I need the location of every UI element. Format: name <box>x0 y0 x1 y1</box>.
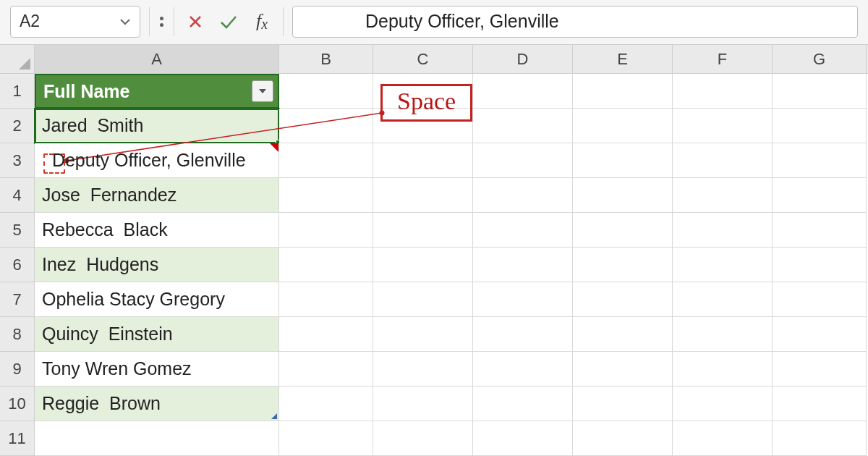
cell[interactable] <box>473 109 573 143</box>
row-header-1[interactable]: 1 <box>0 74 35 109</box>
row-header-5[interactable]: 5 <box>0 213 35 248</box>
cell[interactable] <box>373 317 473 352</box>
cell[interactable] <box>373 248 473 282</box>
cell[interactable] <box>573 178 673 213</box>
cell[interactable] <box>673 421 773 456</box>
row-header-4[interactable]: 4 <box>0 178 35 213</box>
select-all-button[interactable] <box>0 45 35 74</box>
formula-input[interactable]: Deputy Officer, Glenville <box>292 6 858 38</box>
column-header-g[interactable]: G <box>773 45 867 73</box>
cell[interactable] <box>473 352 573 387</box>
cell-a9[interactable]: Tony Wren Gomez <box>35 352 279 387</box>
table-corner-icon[interactable] <box>271 413 277 419</box>
cell-a5[interactable]: Rebecca Black <box>35 213 279 248</box>
cell[interactable] <box>673 213 773 248</box>
row-header-7[interactable]: 7 <box>0 282 35 317</box>
cell[interactable] <box>673 352 773 387</box>
cell[interactable] <box>773 421 867 456</box>
row-header-3[interactable]: 3 <box>0 143 35 178</box>
cell[interactable] <box>773 248 867 282</box>
row-header-8[interactable]: 8 <box>0 317 35 352</box>
cell-a3[interactable]: Deputy Officer, Glenville <box>35 143 279 178</box>
cancel-button[interactable] <box>183 7 208 36</box>
cell[interactable] <box>473 143 573 178</box>
cell[interactable] <box>279 74 373 109</box>
cell[interactable] <box>773 282 867 317</box>
cell[interactable] <box>573 143 673 178</box>
cell-a6[interactable]: Inez Hudgens <box>35 248 279 282</box>
cell[interactable] <box>673 109 773 143</box>
comment-indicator-icon[interactable] <box>270 143 278 152</box>
cell[interactable] <box>573 421 673 456</box>
cell-a2-selected[interactable]: Jared Smith <box>35 109 279 143</box>
cell[interactable] <box>773 317 867 352</box>
cell[interactable] <box>773 387 867 421</box>
cell[interactable] <box>673 282 773 317</box>
cell[interactable] <box>373 352 473 387</box>
column-header-c[interactable]: C <box>373 45 473 73</box>
cell-a4[interactable]: Jose Fernandez <box>35 178 279 213</box>
chevron-down-icon[interactable] <box>119 16 131 28</box>
row-header-10[interactable]: 10 <box>0 387 35 421</box>
column-header-e[interactable]: E <box>573 45 673 73</box>
more-icon[interactable] <box>158 17 165 27</box>
table-header-cell[interactable]: Full Name <box>35 74 279 109</box>
cell[interactable] <box>279 282 373 317</box>
name-box[interactable]: A2 <box>10 6 140 38</box>
column-header-b[interactable]: B <box>279 45 373 73</box>
cell[interactable] <box>279 213 373 248</box>
cell[interactable] <box>673 317 773 352</box>
filter-button[interactable] <box>252 80 273 102</box>
cell[interactable] <box>279 143 373 178</box>
cell[interactable] <box>373 387 473 421</box>
column-header-d[interactable]: D <box>473 45 573 73</box>
cell[interactable] <box>673 143 773 178</box>
cell[interactable] <box>773 143 867 178</box>
cell[interactable] <box>573 387 673 421</box>
row-header-11[interactable]: 11 <box>0 421 35 456</box>
cell[interactable] <box>673 387 773 421</box>
cell[interactable] <box>279 421 373 456</box>
cell[interactable] <box>373 421 473 456</box>
cell[interactable] <box>673 178 773 213</box>
cell[interactable] <box>573 248 673 282</box>
cell[interactable] <box>373 143 473 178</box>
cell[interactable] <box>573 213 673 248</box>
cell-a8[interactable]: Quincy Einstein <box>35 317 279 352</box>
cell[interactable] <box>373 178 473 213</box>
cell[interactable] <box>573 282 673 317</box>
cell[interactable] <box>473 74 573 109</box>
cell[interactable] <box>279 317 373 352</box>
cell[interactable] <box>279 387 373 421</box>
row-header-6[interactable]: 6 <box>0 248 35 282</box>
cell[interactable] <box>673 74 773 109</box>
cell[interactable] <box>473 317 573 352</box>
cell[interactable] <box>773 109 867 143</box>
cell[interactable] <box>279 248 373 282</box>
cell[interactable] <box>773 178 867 213</box>
cell-a7[interactable]: Ophelia Stacy Gregory <box>35 282 279 317</box>
cell-a10[interactable]: Reggie Brown <box>35 387 279 421</box>
row-header-2[interactable]: 2 <box>0 109 35 143</box>
cell[interactable] <box>573 317 673 352</box>
cell[interactable] <box>573 74 673 109</box>
cell[interactable] <box>473 178 573 213</box>
cell[interactable] <box>773 213 867 248</box>
cell[interactable] <box>473 282 573 317</box>
cell[interactable] <box>473 387 573 421</box>
cell[interactable] <box>373 282 473 317</box>
fx-button[interactable]: fx <box>250 7 274 36</box>
column-header-a[interactable]: A <box>35 45 279 73</box>
column-header-f[interactable]: F <box>673 45 773 73</box>
row-header-9[interactable]: 9 <box>0 352 35 387</box>
cell[interactable] <box>373 213 473 248</box>
cell[interactable] <box>773 352 867 387</box>
cell[interactable] <box>673 248 773 282</box>
enter-button[interactable] <box>216 7 241 36</box>
cell[interactable] <box>473 213 573 248</box>
cell[interactable] <box>573 109 673 143</box>
cell[interactable] <box>573 352 673 387</box>
cell[interactable] <box>279 352 373 387</box>
cell[interactable] <box>279 109 373 143</box>
cell[interactable] <box>773 74 867 109</box>
